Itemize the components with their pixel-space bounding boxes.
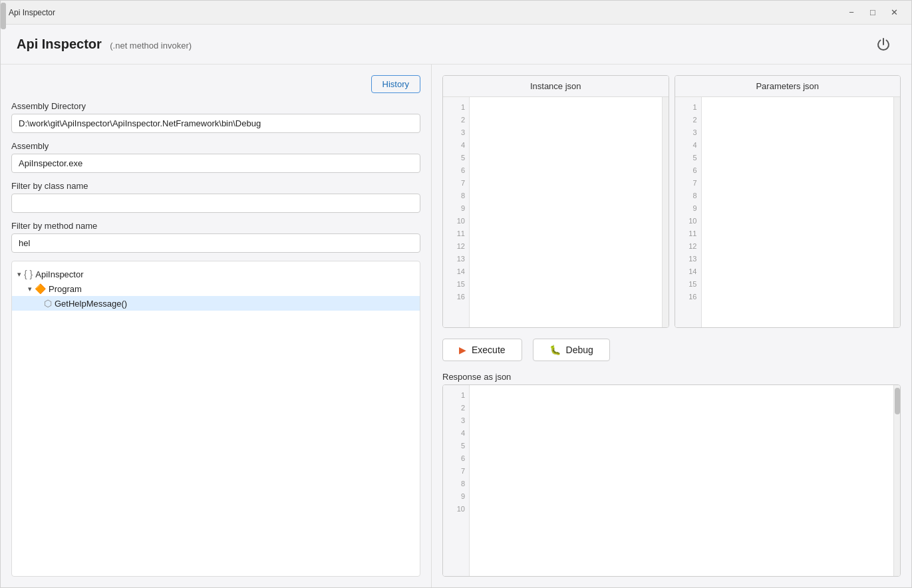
line-num: 5 — [443, 152, 469, 164]
filter-class-input[interactable] — [11, 194, 420, 213]
line-num: 6 — [443, 164, 469, 177]
line-num: 1 — [675, 101, 701, 114]
app-window: Api Inspector − □ ✕ Api Inspector (.net … — [0, 0, 912, 588]
line-num: 2 — [443, 114, 469, 126]
line-num: 3 — [443, 126, 469, 139]
line-num: 11 — [675, 227, 701, 240]
execute-icon: ▶ — [459, 345, 466, 355]
response-scrollbar[interactable] — [893, 385, 900, 576]
namespace-icon: { } — [24, 269, 33, 279]
tree-class-item[interactable]: ▾ 🔶 Program — [12, 281, 420, 296]
power-icon — [876, 37, 891, 52]
parameters-json-header: Parameters json — [675, 76, 901, 97]
response-editor-container: 1 2 3 4 5 6 7 8 9 10 — [442, 384, 901, 577]
line-num: 15 — [443, 278, 469, 291]
power-button[interactable] — [871, 33, 895, 57]
line-num: 13 — [443, 253, 469, 265]
header-title-group: Api Inspector (.net method invoker) — [17, 37, 192, 52]
instance-line-numbers: 1 2 3 4 5 6 7 8 9 10 11 12 13 — [443, 97, 470, 327]
line-num: 8 — [443, 190, 469, 202]
line-num: 9 — [443, 202, 469, 215]
left-panel: History Assembly Directory Assembly Filt… — [1, 65, 432, 587]
history-button[interactable]: History — [371, 75, 420, 93]
title-bar-title: Api Inspector — [9, 8, 55, 17]
action-buttons-row: ▶ Execute 🐛 Debug — [442, 336, 901, 364]
class-chevron-icon: ▾ — [28, 285, 32, 293]
line-num: 15 — [675, 278, 701, 291]
response-scrollbar-thumb — [895, 388, 900, 414]
json-editors-row: Instance json 1 2 3 4 5 6 7 8 9 10 — [442, 75, 901, 328]
parameters-json-textarea[interactable] — [702, 97, 894, 327]
main-content: History Assembly Directory Assembly Filt… — [1, 65, 911, 587]
line-num: 6 — [675, 164, 701, 177]
instance-json-textarea[interactable] — [470, 97, 662, 327]
line-num: 16 — [675, 291, 701, 303]
response-label: Response as json — [442, 372, 901, 382]
title-bar-controls: − □ ✕ — [842, 6, 903, 19]
instance-scrollbar[interactable] — [662, 97, 669, 327]
line-num: 10 — [443, 503, 469, 515]
close-button[interactable]: ✕ — [885, 6, 903, 19]
instance-json-header: Instance json — [443, 76, 669, 97]
class-label: Program — [49, 284, 82, 294]
title-bar-left: Api Inspector — [9, 8, 55, 17]
debug-icon: 🐛 — [549, 345, 561, 355]
response-textarea[interactable] — [470, 385, 893, 576]
class-icon: 🔶 — [35, 283, 46, 294]
response-section: Response as json 1 2 3 4 5 6 7 8 9 10 — [442, 372, 901, 577]
line-num: 5 — [675, 152, 701, 164]
filter-class-label: Filter by class name — [11, 181, 420, 191]
assembly-directory-group: Assembly Directory — [11, 101, 420, 133]
namespace-label: ApiInspector — [35, 269, 83, 279]
execute-button[interactable]: ▶ Execute — [442, 339, 522, 361]
history-btn-row: History — [11, 75, 420, 93]
tree-container: ▾ { } ApiInspector ▾ 🔶 Program ⬡ GetHelp… — [11, 261, 420, 577]
response-line-numbers: 1 2 3 4 5 6 7 8 9 10 — [443, 385, 470, 576]
execute-label: Execute — [472, 345, 506, 355]
line-num: 16 — [443, 291, 469, 303]
parameters-scrollbar[interactable] — [893, 97, 900, 327]
line-num: 3 — [443, 414, 469, 427]
app-subtitle: (.net method invoker) — [110, 41, 192, 51]
minimize-button[interactable]: − — [842, 6, 861, 19]
line-num: 4 — [443, 427, 469, 440]
assembly-input[interactable] — [11, 154, 420, 173]
debug-button[interactable]: 🐛 Debug — [533, 339, 610, 361]
line-num: 3 — [675, 126, 701, 139]
line-num: 7 — [675, 177, 701, 190]
method-icon: ⬡ — [44, 298, 52, 309]
tree-namespace-item[interactable]: ▾ { } ApiInspector — [12, 267, 420, 281]
line-num: 14 — [443, 265, 469, 278]
line-num: 13 — [675, 253, 701, 265]
line-num: 8 — [675, 190, 701, 202]
line-num: 9 — [443, 490, 469, 503]
filter-method-input[interactable] — [11, 233, 420, 253]
line-num: 5 — [443, 440, 469, 452]
line-num: 11 — [443, 227, 469, 240]
line-num: 2 — [675, 114, 701, 126]
line-num: 14 — [675, 265, 701, 278]
line-num: 7 — [443, 465, 469, 478]
line-num: 4 — [675, 139, 701, 152]
line-num: 1 — [443, 101, 469, 114]
parameters-line-numbers: 1 2 3 4 5 6 7 8 9 10 11 12 13 — [675, 97, 702, 327]
app-title: Api Inspector — [17, 37, 102, 51]
tree-method-item[interactable]: ⬡ GetHelpMessage() — [12, 296, 420, 311]
debug-label: Debug — [566, 345, 593, 355]
filter-method-group: Filter by method name — [11, 221, 420, 253]
method-label: GetHelpMessage() — [55, 299, 127, 309]
assembly-directory-input[interactable] — [11, 114, 420, 133]
line-num: 8 — [443, 478, 469, 490]
line-num: 10 — [675, 215, 701, 227]
title-bar: Api Inspector − □ ✕ — [1, 1, 911, 25]
parameters-json-body: 1 2 3 4 5 6 7 8 9 10 11 12 13 — [675, 97, 901, 327]
maximize-button[interactable]: □ — [863, 6, 882, 19]
line-num: 12 — [443, 240, 469, 253]
assembly-group: Assembly — [11, 141, 420, 173]
assembly-label: Assembly — [11, 141, 420, 151]
line-num: 12 — [675, 240, 701, 253]
line-num: 4 — [443, 139, 469, 152]
line-num: 6 — [443, 452, 469, 465]
instance-json-editor: Instance json 1 2 3 4 5 6 7 8 9 10 — [442, 75, 669, 328]
line-num: 1 — [443, 389, 469, 402]
